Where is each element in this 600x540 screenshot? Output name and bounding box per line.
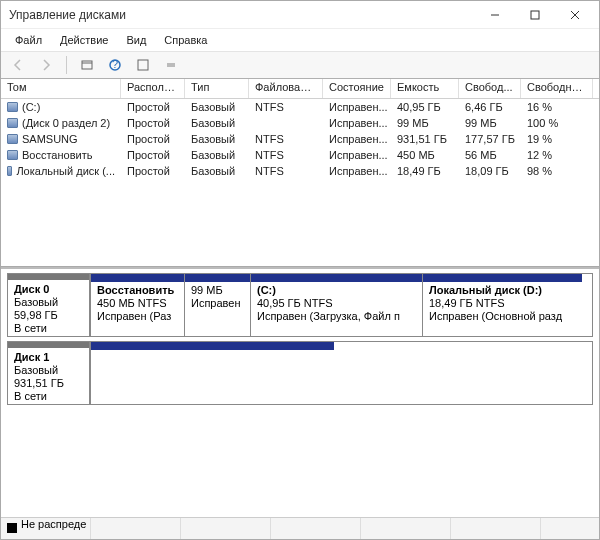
col-capacity[interactable]: Емкость — [391, 79, 459, 98]
vol-status: Исправен... — [323, 99, 391, 115]
legend-seg — [451, 518, 541, 539]
partition[interactable]: 99 МБИсправен — [184, 274, 250, 336]
partitions — [90, 342, 592, 404]
table-row[interactable]: ВосстановитьПростойБазовыйNTFSИсправен..… — [1, 147, 599, 163]
svg-rect-9 — [167, 63, 175, 67]
menubar: Файл Действие Вид Справка — [1, 29, 599, 51]
partition[interactable] — [90, 342, 334, 404]
vol-pct: 100 % — [521, 115, 593, 131]
vol-capacity: 450 МБ — [391, 147, 459, 163]
vol-layout: Простой — [121, 163, 185, 179]
vol-name: Восстановить — [22, 149, 92, 161]
action-button[interactable] — [132, 54, 154, 76]
menu-help[interactable]: Справка — [156, 32, 215, 48]
vol-free: 99 МБ — [459, 115, 521, 131]
partition-status: Исправен (Основной разд — [429, 310, 576, 323]
vol-type: Базовый — [185, 99, 249, 115]
close-button[interactable] — [555, 4, 595, 26]
partition-status: Исправен (Загрузка, Файл п — [257, 310, 416, 323]
toolbar: ? — [1, 51, 599, 79]
window-title: Управление дисками — [9, 8, 475, 22]
vol-pct: 12 % — [521, 147, 593, 163]
col-volume[interactable]: Том — [1, 79, 121, 98]
volume-icon — [7, 102, 18, 112]
col-free[interactable]: Свобод... — [459, 79, 521, 98]
maximize-button[interactable] — [515, 4, 555, 26]
partition-size: 18,49 ГБ NTFS — [429, 297, 576, 310]
vol-type: Базовый — [185, 147, 249, 163]
disk-size: 59,98 ГБ — [14, 309, 83, 322]
menu-file[interactable]: Файл — [7, 32, 50, 48]
volume-icon — [7, 166, 12, 176]
vol-status: Исправен... — [323, 115, 391, 131]
menu-action[interactable]: Действие — [52, 32, 116, 48]
vol-name: (C:) — [22, 101, 40, 113]
vol-type: Базовый — [185, 115, 249, 131]
vol-free: 56 МБ — [459, 147, 521, 163]
disk-map: Диск 0Базовый59,98 ГБВ сетиВосстановить4… — [1, 267, 599, 517]
col-status[interactable]: Состояние — [323, 79, 391, 98]
vol-layout: Простой — [121, 147, 185, 163]
volume-icon — [7, 134, 18, 144]
partition[interactable]: (C:)40,95 ГБ NTFSИсправен (Загрузка, Фай… — [250, 274, 422, 336]
disk-label[interactable]: Диск 0Базовый59,98 ГБВ сети — [8, 274, 90, 336]
legend-seg — [271, 518, 361, 539]
col-type[interactable]: Тип — [185, 79, 249, 98]
vol-name: (Диск 0 раздел 2) — [22, 117, 110, 129]
vol-fs — [249, 115, 323, 131]
disk-label[interactable]: Диск 1Базовый931,51 ГБВ сети — [8, 342, 90, 404]
vol-capacity: 40,95 ГБ — [391, 99, 459, 115]
legend-unallocated: Не распреде — [1, 518, 91, 539]
forward-button[interactable] — [35, 54, 57, 76]
vol-type: Базовый — [185, 131, 249, 147]
toolbar-sep — [66, 56, 67, 74]
partition-title: Восстановить — [97, 284, 178, 297]
settings-button[interactable] — [160, 54, 182, 76]
partition-title: Локальный диск (D:) — [429, 284, 576, 297]
refresh-button[interactable] — [76, 54, 98, 76]
vol-status: Исправен... — [323, 147, 391, 163]
table-row[interactable]: Локальный диск (...ПростойБазовыйNTFSИсп… — [1, 163, 599, 179]
table-row[interactable]: (Диск 0 раздел 2)ПростойБазовыйИсправен.… — [1, 115, 599, 131]
vol-free: 177,57 ГБ — [459, 131, 521, 147]
partition-stripe — [251, 274, 422, 282]
disk-row[interactable]: Диск 1Базовый931,51 ГБВ сети — [7, 341, 593, 405]
volume-icon — [7, 150, 18, 160]
vol-name: Локальный диск (... — [16, 165, 115, 177]
disk-stripe — [8, 274, 89, 280]
partition[interactable]: Локальный диск (D:)18,49 ГБ NTFSИсправен… — [422, 274, 582, 336]
list-header: Том Располо... Тип Файловая с... Состоян… — [1, 79, 599, 99]
partition-stripe — [91, 342, 334, 350]
legend-seg — [361, 518, 451, 539]
disk-name: Диск 1 — [14, 351, 83, 364]
vol-layout: Простой — [121, 131, 185, 147]
partition-stripe — [91, 274, 184, 282]
col-pct[interactable]: Свободно % — [521, 79, 593, 98]
table-row[interactable]: SAMSUNGПростойБазовыйNTFSИсправен...931,… — [1, 131, 599, 147]
disk-row[interactable]: Диск 0Базовый59,98 ГБВ сетиВосстановить4… — [7, 273, 593, 337]
vol-free: 6,46 ГБ — [459, 99, 521, 115]
list-rows: (C:)ПростойБазовыйNTFSИсправен...40,95 Г… — [1, 99, 599, 179]
back-button[interactable] — [7, 54, 29, 76]
vol-name: SAMSUNG — [22, 133, 78, 145]
minimize-button[interactable] — [475, 4, 515, 26]
legend-seg — [91, 518, 181, 539]
partition[interactable]: Восстановить450 МБ NTFSИсправен (Раз — [90, 274, 184, 336]
partition-size: 40,95 ГБ NTFS — [257, 297, 416, 310]
menu-view[interactable]: Вид — [118, 32, 154, 48]
vol-layout: Простой — [121, 115, 185, 131]
vol-status: Исправен... — [323, 163, 391, 179]
vol-fs: NTFS — [249, 147, 323, 163]
col-layout[interactable]: Располо... — [121, 79, 185, 98]
svg-rect-8 — [138, 60, 148, 70]
partition-stripe — [185, 274, 250, 282]
vol-fs: NTFS — [249, 131, 323, 147]
disk-size: 931,51 ГБ — [14, 377, 83, 390]
help-button[interactable]: ? — [104, 54, 126, 76]
col-fs[interactable]: Файловая с... — [249, 79, 323, 98]
svg-rect-4 — [82, 61, 92, 69]
legend-seg — [181, 518, 271, 539]
table-row[interactable]: (C:)ПростойБазовыйNTFSИсправен...40,95 Г… — [1, 99, 599, 115]
vol-fs: NTFS — [249, 163, 323, 179]
partitions: Восстановить450 МБ NTFSИсправен (Раз99 М… — [90, 274, 592, 336]
